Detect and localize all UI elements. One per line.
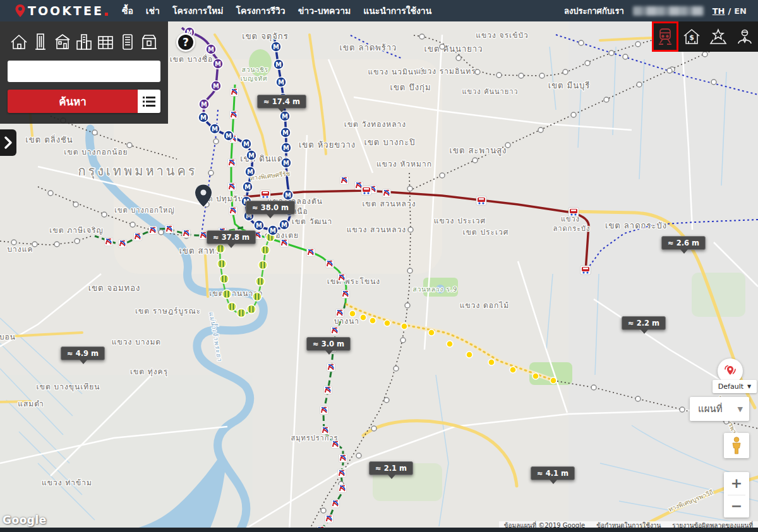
language-switcher: TH / EN (713, 6, 747, 16)
svg-text:เขต สาทร: เขต สาทร (179, 246, 220, 256)
svg-text:แขวง ประเวศ: แขวง ประเวศ (434, 216, 486, 225)
list-view-button[interactable] (138, 90, 160, 113)
svg-text:เขต บึงกุ่ม: เขต บึงกุ่ม (390, 83, 431, 93)
svg-text:เขต บางกะปิ: เขต บางกะปิ (364, 138, 416, 147)
svg-text:แขวง บางมด: แขวง บางมด (112, 338, 161, 346)
distance-marker: ≈ 2.6 m (661, 236, 706, 250)
house-price-layer-icon: $ (683, 28, 701, 45)
house-price-layer-button[interactable]: $ (678, 21, 705, 52)
agent-layer-icon (737, 28, 753, 45)
landmark-layer-button[interactable] (705, 21, 731, 52)
svg-text:แขวง หัวหมาก: แขวง หัวหมาก (376, 160, 432, 168)
menu-new-projects[interactable]: โครงการใหม่ (172, 4, 223, 18)
svg-text:สวนหลวง ร.9: สวนหลวง ร.9 (413, 286, 458, 293)
svg-text:เขต ราษฎร์บูรณะ: เขต ราษฎร์บูรณะ (135, 307, 201, 316)
train-layer-button[interactable] (652, 21, 678, 52)
agent-layer-button[interactable] (731, 21, 758, 52)
office-building-icon[interactable] (117, 32, 138, 52)
brand-text: TOOKTEE (28, 4, 104, 18)
menu-rent[interactable]: เช่า (146, 4, 160, 18)
svg-text:เขต มีนบุรี: เขต มีนบุรี (548, 81, 591, 91)
distance-marker: ≈ 2.1 m (369, 461, 413, 475)
condo-tower-icon[interactable] (30, 32, 51, 52)
svg-text:เขต ลาดกระบัง: เขต ลาดกระบัง (605, 221, 667, 230)
property-type-row (8, 28, 160, 56)
menu-project-reviews[interactable]: โครงการรีวิว (236, 4, 285, 18)
search-input[interactable] (8, 61, 160, 82)
map-type-dropdown[interactable]: แผนที่ ▼ (690, 397, 749, 421)
logo-pin-icon (15, 4, 25, 17)
lang-separator: / (728, 6, 731, 16)
zoom-control: + − (724, 472, 749, 517)
svg-text:บางนา: บางนา (334, 317, 359, 326)
zoom-out-button[interactable]: − (724, 495, 749, 518)
svg-text:เบญจทัศ: เบญจทัศ (240, 75, 267, 82)
menu-user-guide[interactable]: แนะนำการใช้งาน (363, 4, 431, 18)
distance-marker: ≈ 2.2 m (622, 316, 666, 330)
train-layer-icon (657, 28, 673, 45)
main-menu: ซื้อ เช่า โครงการใหม่ โครงการรีวิว ข่าว-… (122, 4, 431, 18)
question-mark-icon: ? (183, 36, 189, 49)
chevron-right-icon (4, 136, 13, 149)
distance-marker: ≈ 37.8 m (207, 230, 256, 244)
svg-text:เขต ลาดพร้าว: เขต ลาดพร้าว (340, 43, 397, 52)
search-panel: ค้นหา (0, 21, 168, 124)
svg-text:เขต ประเวศ: เขต ประเวศ (463, 228, 509, 237)
svg-text:แขวง ดอกไม้: แขวง ดอกไม้ (460, 301, 510, 310)
footer-strip (0, 528, 758, 532)
svg-text:แขวง รามอินทรา: แขวง รามอินทรา (416, 67, 481, 76)
caret-down-icon: ▼ (738, 405, 743, 413)
distance-marker: ≈ 4.1 m (531, 466, 575, 480)
svg-text:เขต คันนายาว: เขต คันนายาว (424, 44, 483, 54)
svg-text:เขต ภาษีเจริญ: เขต ภาษีเจริญ (49, 226, 103, 235)
zoom-in-button[interactable]: + (724, 472, 749, 495)
panel-collapse-toggle[interactable] (0, 129, 16, 156)
caret-down-icon: ▼ (747, 384, 751, 389)
menu-news-articles[interactable]: ข่าว-บทความ (298, 4, 351, 18)
svg-text:แขวง จรเข้บัว: แขวง จรเข้บัว (476, 31, 529, 40)
svg-text:เขต วังทองหลาง: เขต วังทองหลาง (344, 120, 406, 129)
svg-text:ลาดกระบัง: ลาดกระบัง (553, 225, 591, 233)
svg-text:เขต จตุจักร: เขต จตุจักร (242, 32, 288, 42)
svg-text:เขต ทุ่งครุ: เขต ทุ่งครุ (130, 367, 168, 377)
townhouse-icon[interactable] (52, 32, 73, 52)
list-icon (143, 96, 155, 107)
navbar-right: ลงประกาศกับเรา TH / EN (564, 4, 747, 18)
svg-text:สวนวชิร: สวนวชิร (242, 66, 268, 73)
svg-text:บอน: บอน (0, 333, 16, 341)
menu-buy[interactable]: ซื้อ (122, 4, 133, 18)
svg-text:แขวง ท่าข้าม: แขวง ท่าข้าม (42, 478, 92, 487)
style-dropdown[interactable]: Default ▼ (713, 380, 757, 393)
svg-text:เขต บางกอกน้อย: เขต บางกอกน้อย (64, 148, 128, 157)
svg-text:เขต บางกอกใหญ่: เขต บางกอกใหญ่ (114, 206, 174, 215)
post-listing-link[interactable]: ลงประกาศกับเรา (564, 4, 624, 18)
distance-marker: ≈ 17.4 m (257, 95, 306, 109)
house-icon[interactable] (9, 32, 29, 52)
svg-text:เขต ห้วยขวาง: เขต ห้วยขวาง (299, 140, 356, 150)
svg-text:แขวง สวนหลวง: แขวง สวนหลวง (347, 225, 406, 234)
layer-toolbar: $ (652, 21, 758, 52)
landmark-layer-icon (709, 28, 728, 45)
google-logo[interactable]: Google (3, 514, 47, 526)
apartment-icon[interactable] (95, 32, 116, 52)
search-button[interactable]: ค้นหา (8, 90, 138, 113)
svg-text:แขวง คันนายาว: แขวง คันนายาว (462, 88, 518, 96)
svg-text:เขต บางขุนเทียน: เขต บางขุนเทียน (37, 382, 100, 392)
map-type-label: แผนที่ (698, 401, 723, 417)
red-pin-scan-icon (723, 364, 737, 378)
tooktee-logo[interactable]: TOOKTEE (15, 4, 108, 18)
distance-marker: ≈ 38.0 m (246, 201, 295, 215)
svg-text:เขต สะพานสูง: เขต สะพานสูง (450, 146, 507, 156)
help-button[interactable]: ? (176, 33, 195, 52)
svg-text:เขต พระโขนง: เขต พระโขนง (327, 277, 380, 286)
top-navbar: TOOKTEE ซื้อ เช่า โครงการใหม่ โครงการรีว… (0, 0, 758, 21)
lang-th[interactable]: TH (713, 6, 725, 16)
lang-en[interactable]: EN (734, 6, 747, 16)
brand-dot (105, 13, 108, 16)
style-dropdown-label: Default (718, 382, 743, 391)
commercial-building-icon[interactable] (139, 32, 159, 52)
highrise-icon[interactable] (74, 32, 94, 52)
pegman-button[interactable] (724, 433, 749, 458)
svg-text:แสมดำ: แสมดำ (18, 399, 44, 408)
svg-text:บางแค: บางแค (8, 245, 33, 254)
